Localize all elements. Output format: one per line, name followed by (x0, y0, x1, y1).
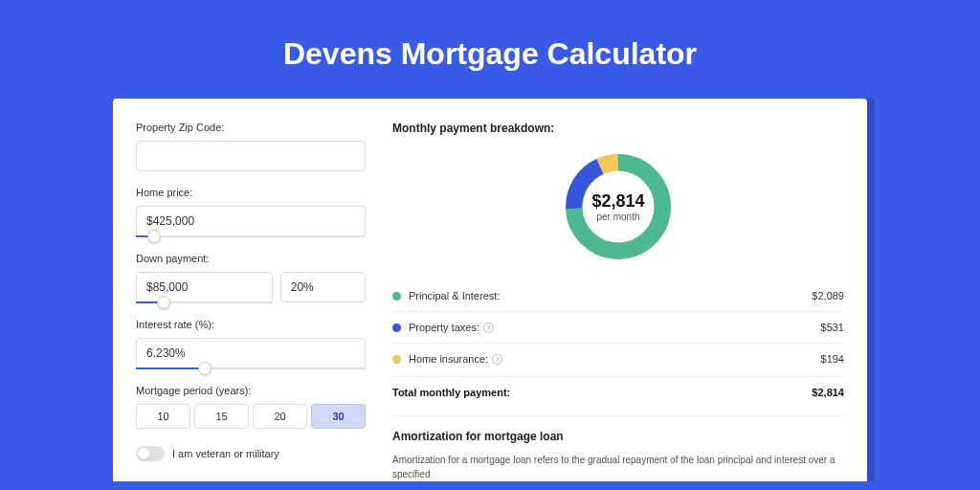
interest-field-group: Interest rate (%): (136, 319, 366, 369)
home-price-slider[interactable] (136, 235, 366, 237)
down-payment-field-group: Down payment: (136, 253, 366, 303)
amortization-title: Amortization for mortgage loan (392, 430, 844, 443)
legend-value: $194 (821, 353, 844, 365)
breakdown-title: Monthly payment breakdown: (392, 122, 844, 135)
legend-dot (392, 323, 401, 332)
legend-row: Principal & Interest:$2,089 (392, 280, 844, 312)
legend-list: Principal & Interest:$2,089Property taxe… (392, 280, 844, 374)
zip-input[interactable] (136, 141, 366, 171)
veteran-toggle-row: I am veteran or military (136, 446, 366, 461)
period-btn-20[interactable]: 20 (253, 404, 307, 429)
legend-row: Property taxes:?$531 (392, 312, 844, 344)
period-btn-15[interactable]: 15 (194, 404, 249, 429)
interest-slider-thumb[interactable] (198, 362, 212, 375)
total-row: Total monthly payment: $2,814 (392, 376, 844, 412)
period-options: 10152030 (136, 404, 366, 429)
zip-label: Property Zip Code: (136, 122, 366, 133)
down-payment-input[interactable] (136, 272, 273, 302)
home-price-slider-thumb[interactable] (147, 230, 161, 243)
legend-label: Principal & Interest: (409, 290, 812, 301)
interest-label: Interest rate (%): (136, 319, 366, 330)
info-icon[interactable]: ? (483, 323, 494, 333)
form-panel: Property Zip Code: Home price: Down paym… (136, 122, 366, 481)
legend-dot (392, 292, 401, 301)
veteran-toggle-knob (138, 448, 149, 459)
veteran-label: I am veteran or military (172, 448, 279, 459)
interest-slider[interactable] (136, 368, 366, 369)
total-value: $2,814 (812, 387, 844, 398)
calculator-card: Property Zip Code: Home price: Down paym… (113, 99, 867, 481)
donut-chart: $2,814 per month (560, 148, 677, 265)
amortization-text: Amortization for a mortgage loan refers … (392, 453, 844, 481)
zip-field-group: Property Zip Code: (136, 122, 366, 171)
down-payment-label: Down payment: (136, 253, 366, 264)
home-price-input[interactable] (136, 206, 366, 236)
legend-label: Property taxes:? (409, 322, 821, 333)
breakdown-panel: Monthly payment breakdown: $2,814 per mo… (392, 122, 844, 481)
donut-chart-wrap: $2,814 per month (392, 148, 844, 265)
legend-value: $531 (821, 322, 844, 333)
down-payment-slider[interactable] (136, 301, 273, 303)
legend-row: Home insurance:?$194 (392, 344, 844, 374)
interest-input[interactable] (136, 338, 366, 368)
interest-slider-fill (136, 368, 205, 369)
donut-center: $2,814 per month (560, 148, 677, 265)
legend-value: $2,089 (812, 290, 844, 301)
veteran-toggle[interactable] (136, 446, 165, 461)
legend-dot (392, 355, 401, 364)
down-payment-slider-thumb[interactable] (157, 296, 170, 309)
period-label: Mortgage period (years): (136, 385, 366, 396)
info-icon[interactable]: ? (492, 354, 502, 365)
donut-sub: per month (596, 212, 639, 222)
page-title: Devens Mortgage Calculator (0, 0, 980, 99)
period-field-group: Mortgage period (years): 10152030 (136, 385, 366, 429)
down-payment-pct-input[interactable] (280, 272, 366, 302)
period-btn-10[interactable]: 10 (136, 404, 190, 429)
period-btn-30[interactable]: 30 (311, 404, 366, 429)
total-label: Total monthly payment: (392, 387, 812, 398)
amortization-section: Amortization for mortgage loan Amortizat… (392, 415, 844, 481)
home-price-label: Home price: (136, 187, 366, 198)
legend-label: Home insurance:? (409, 353, 821, 365)
home-price-field-group: Home price: (136, 187, 366, 237)
donut-amount: $2,814 (591, 191, 644, 212)
